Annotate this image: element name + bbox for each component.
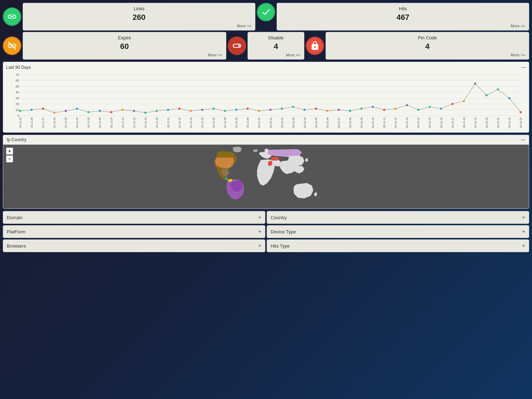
- expire-value: 60: [27, 42, 222, 51]
- pincode-label: Pin Code: [330, 35, 525, 40]
- device-type-plus[interactable]: +: [522, 228, 525, 235]
- zoom-out-btn[interactable]: −: [6, 155, 13, 162]
- disable-label: Disable: [252, 35, 300, 40]
- device-type-filter[interactable]: Device Type +: [267, 225, 529, 238]
- check-icon[interactable]: [257, 3, 275, 21]
- disable-value: 4: [252, 42, 300, 51]
- links-icon[interactable]: [3, 7, 21, 26]
- hits-type-label: Hits Type: [271, 243, 290, 249]
- expire-more[interactable]: More >>: [208, 53, 222, 57]
- filter-row-3: Browsers + Hits Type +: [3, 239, 529, 252]
- toggle-icon[interactable]: [228, 37, 246, 55]
- links-label: Links: [27, 6, 251, 11]
- hits-value: 467: [281, 13, 525, 22]
- filter-row-1: Domain + Country +: [3, 211, 529, 224]
- filter-row-2: PlatForm + Device Type +: [3, 225, 529, 238]
- links-stat-card: Links 260 More >>: [23, 3, 255, 31]
- map-body: + −: [3, 145, 529, 209]
- hits-type-plus[interactable]: +: [522, 243, 525, 249]
- lock-icon[interactable]: [306, 37, 324, 55]
- platform-filter[interactable]: PlatForm +: [3, 225, 265, 238]
- map-title: Ip Country: [7, 137, 26, 142]
- pincode-more[interactable]: More >>: [511, 53, 525, 57]
- platform-label: PlatForm: [7, 229, 26, 234]
- hits-more[interactable]: More >>: [511, 24, 525, 28]
- browsers-label: Browsers: [7, 243, 26, 249]
- hits-stat-card: Hits 467 More >>: [277, 3, 529, 31]
- line-chart: [6, 71, 526, 128]
- world-map: [3, 145, 529, 209]
- disable-stat-card: Disable 4 More >>: [248, 32, 304, 60]
- chart-minimize[interactable]: —: [521, 64, 526, 70]
- pincode-stat-card: Pin Code 4 More >>: [326, 32, 529, 60]
- chart-title: Last 90 Days: [6, 65, 526, 70]
- browsers-filter[interactable]: Browsers +: [3, 239, 265, 252]
- map-section: Ip Country — + −: [3, 135, 529, 209]
- zoom-in-btn[interactable]: +: [6, 148, 13, 155]
- map-controls: + −: [6, 148, 13, 162]
- broken-link-icon[interactable]: [3, 37, 21, 55]
- map-header: Ip Country —: [3, 135, 529, 145]
- chart-section: Last 90 Days —: [3, 62, 529, 133]
- browsers-plus[interactable]: +: [258, 243, 261, 249]
- domain-filter[interactable]: Domain +: [3, 211, 265, 224]
- country-filter[interactable]: Country +: [267, 211, 529, 224]
- country-label: Country: [271, 215, 287, 220]
- domain-label: Domain: [7, 215, 23, 220]
- disable-more[interactable]: More >>: [286, 53, 300, 57]
- hits-type-filter[interactable]: Hits Type +: [267, 239, 529, 252]
- country-plus[interactable]: +: [522, 214, 525, 221]
- pincode-value: 4: [330, 42, 525, 51]
- map-minimize[interactable]: —: [521, 137, 525, 142]
- links-more[interactable]: More >>: [237, 24, 251, 28]
- platform-plus[interactable]: +: [258, 228, 261, 235]
- device-type-label: Device Type: [271, 229, 296, 234]
- links-value: 260: [27, 13, 251, 22]
- hits-label: Hits: [281, 6, 525, 11]
- domain-plus[interactable]: +: [258, 214, 261, 221]
- expire-stat-card: Expire 60 More >>: [23, 32, 226, 60]
- expire-label: Expire: [27, 35, 222, 40]
- svg-line-0: [9, 42, 16, 50]
